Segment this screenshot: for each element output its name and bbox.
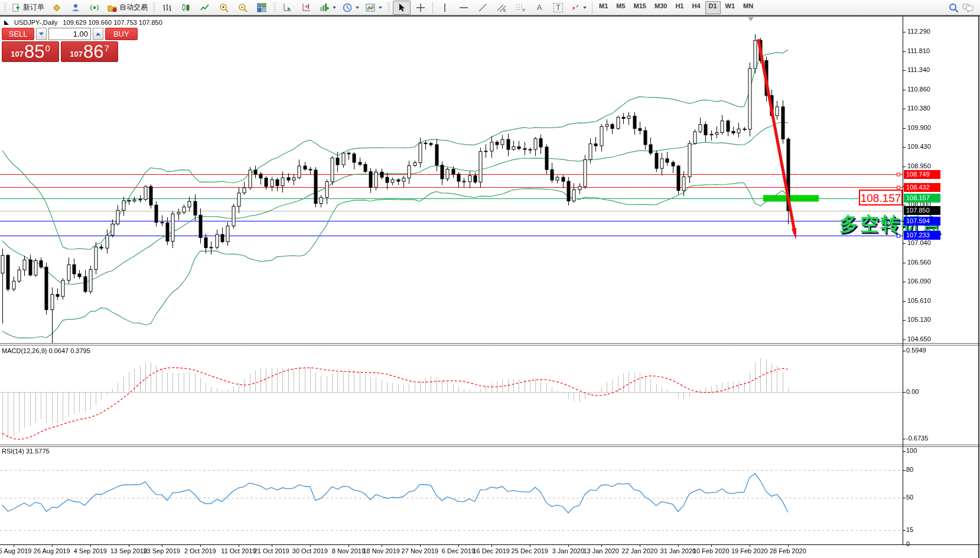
macd-axis-tick: 0.00	[906, 388, 919, 395]
price-axis-tick: 109.900	[907, 124, 931, 131]
chart-canvas[interactable]	[0, 17, 980, 558]
date-axis-label: 27 Nov 2019	[402, 547, 438, 554]
chart-symbol-title: USDJPY-,Daily	[14, 19, 58, 26]
text-tool[interactable]: A	[530, 1, 548, 15]
date-axis-label: 19 Feb 2020	[731, 547, 768, 554]
rsi-axis-tick: 80	[906, 466, 913, 473]
horizontal-line-tool[interactable]	[455, 1, 473, 15]
level-price-badge: 108.749	[904, 170, 940, 179]
bar-chart-icon[interactable]	[158, 1, 176, 15]
date-axis-label: 4 Sep 2019	[74, 547, 107, 554]
zoom-in-icon[interactable]	[215, 1, 233, 15]
macd-axis-tick: 0.5949	[906, 347, 926, 354]
new-order-button[interactable]: 新订单	[9, 1, 47, 15]
text-label-tool[interactable]: T	[549, 1, 567, 15]
rsi-axis-tick: 50	[906, 494, 913, 501]
volume-decrease-button[interactable]	[36, 28, 47, 40]
fibonacci-tool[interactable]: F	[512, 1, 529, 15]
caret-icon	[583, 6, 587, 9]
line-chart-icon[interactable]	[196, 1, 214, 15]
trendline-tool[interactable]	[474, 1, 491, 15]
date-axis-label: 26 Aug 2019	[34, 547, 70, 554]
chart-shift-icon[interactable]	[298, 1, 315, 15]
chat-icon[interactable]	[962, 2, 974, 13]
volume-input[interactable]	[48, 28, 91, 40]
auto-trading-label: 自动交易	[119, 2, 148, 12]
sell-price-big: 85	[24, 43, 44, 61]
date-axis-label: 16 Dec 2019	[473, 547, 509, 554]
crosshair-tool[interactable]	[412, 1, 429, 15]
buy-price-sup: 7	[104, 43, 109, 53]
date-axis-label: 23 Sep 2019	[143, 547, 180, 554]
template-dropdown[interactable]	[363, 1, 385, 15]
toolbar-grip	[274, 2, 276, 13]
arrows-dropdown[interactable]	[568, 1, 589, 15]
vertical-line-tool[interactable]	[436, 1, 454, 15]
new-order-icon	[12, 3, 21, 12]
caret-icon	[356, 6, 359, 9]
sell-price-panel[interactable]: 107 85 0	[2, 41, 59, 62]
timeframe-M5[interactable]: M5	[613, 1, 629, 14]
broadcast-icon[interactable]	[86, 1, 103, 15]
price-axis-tick: 111.810	[907, 47, 930, 54]
cursor-tool[interactable]	[393, 1, 411, 15]
date-axis-label: 18 Nov 2019	[363, 547, 399, 554]
level-price-badge: 108.432	[904, 183, 940, 192]
timeframe-M1[interactable]: M1	[595, 1, 611, 14]
date-axis-label: 8 Nov 2019	[332, 547, 365, 554]
date-axis-label: 25 Dec 2019	[512, 547, 548, 554]
price-axis-tick: 110.380	[907, 105, 930, 112]
price-axis-tick: 112.290	[907, 28, 930, 35]
new-chart-dropdown[interactable]	[317, 1, 338, 15]
date-axis-label: 31 Jan 2020	[660, 547, 696, 554]
date-axis-label: 28 Feb 2020	[770, 547, 806, 554]
level-price-badge: 107.594	[904, 217, 940, 226]
volume-increase-button[interactable]	[93, 28, 103, 40]
timeframe-MN[interactable]: MN	[740, 1, 757, 14]
timeframe-group: M1M5M15M30H1H4D1W1MN	[595, 1, 757, 14]
chart-shift-marker[interactable]	[748, 17, 754, 21]
timeframe-M30[interactable]: M30	[651, 1, 670, 14]
chart-corner-icon	[4, 20, 9, 25]
svg-text:F: F	[523, 8, 525, 12]
price-axis-tick: 106.090	[907, 278, 931, 285]
price-axis-tick: 104.650	[907, 335, 931, 342]
timeframe-H4[interactable]: H4	[688, 1, 704, 14]
arrow-down-icon	[39, 32, 44, 35]
price-axis-tick: 109.430	[907, 143, 931, 150]
tile-windows-icon[interactable]	[253, 1, 271, 15]
timeframe-M15[interactable]: M15	[630, 1, 650, 14]
timeframe-D1[interactable]: D1	[705, 1, 721, 14]
date-axis-label: 13 Jan 2020	[583, 547, 619, 554]
level-price-badge: 108.157	[904, 194, 940, 203]
zoom-out-icon[interactable]	[234, 1, 252, 15]
buy-price-big: 86	[83, 43, 103, 61]
sell-button[interactable]: SELL	[2, 28, 34, 40]
auto-trading-button[interactable]: 自动交易	[105, 1, 150, 15]
price-axis-tick: 111.340	[907, 66, 930, 73]
svg-text:E: E	[503, 8, 506, 12]
macd-indicator-label: MACD(12,26,9) 0.0647 0.3795	[2, 347, 90, 354]
auto-scroll-icon[interactable]	[279, 1, 297, 15]
date-axis-label: 2 Oct 2019	[184, 547, 216, 554]
macd-axis-tick: -0.6735	[906, 435, 928, 442]
timeframe-W1[interactable]: W1	[722, 1, 739, 14]
diamond-icon[interactable]	[48, 1, 66, 15]
date-axis-label: 6 Dec 2019	[442, 547, 475, 554]
trader-icon[interactable]	[67, 1, 84, 15]
chart-title-row: USDJPY-,Daily 109.629 109.660 107.753 10…	[4, 19, 162, 26]
toolbar-grip	[153, 2, 155, 13]
search-icon[interactable]	[948, 2, 959, 13]
date-axis-label: 10 Feb 2020	[693, 547, 730, 554]
buy-button[interactable]: BUY	[105, 28, 138, 40]
candlestick-chart-icon[interactable]	[177, 1, 195, 15]
date-axis-label: 21 Oct 2019	[254, 547, 289, 554]
buy-price-panel[interactable]: 107 86 7	[61, 41, 118, 62]
timeframe-H1[interactable]: H1	[672, 1, 687, 14]
caret-icon	[379, 6, 382, 9]
main-toolbar: 新订单 自动交易 E F A T M1M5M15M30H1H4D1W1MN	[0, 0, 980, 15]
toolbar-separator	[432, 2, 433, 14]
period-clock-dropdown[interactable]	[340, 1, 362, 15]
price-callout-label[interactable]: 108.157	[859, 190, 903, 205]
equidistant-channel-tool[interactable]: E	[493, 1, 510, 15]
